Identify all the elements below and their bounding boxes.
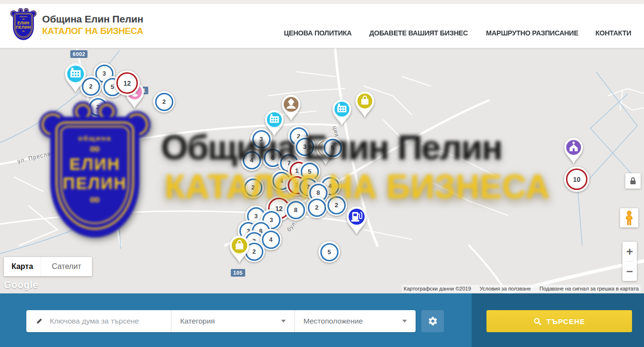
crest-text: община ∞ ЕЛИН ПЕЛИН ∞: [50, 134, 139, 205]
nav-pricing-policy[interactable]: ЦЕНОВА ПОЛИТИКА: [284, 29, 351, 37]
crest: община ∞ ЕЛИН ПЕЛИН ∞: [44, 103, 146, 238]
map-type-map-button[interactable]: Карта: [4, 257, 41, 276]
municipality-logo: община ∞ ЕЛИН ПЕЛИН ∞: [11, 9, 35, 41]
window-top-strip: [0, 0, 644, 4]
search-icon: [533, 317, 542, 325]
road-number-badge: 6002: [70, 50, 88, 58]
map-cluster-marker[interactable]: 8: [285, 199, 306, 221]
keyword-field[interactable]: [26, 310, 171, 332]
map-cluster-marker[interactable]: 3: [294, 136, 316, 157]
map-cluster-marker[interactable]: 5: [318, 241, 340, 263]
zoom-in-button[interactable]: +: [622, 242, 637, 261]
fuel-pin-marker[interactable]: [345, 206, 369, 237]
crest-ornament: ∞: [90, 142, 100, 155]
crest-name-line1: ЕЛИН: [69, 155, 120, 174]
pencil-icon: [35, 317, 43, 325]
brand[interactable]: община ∞ ЕЛИН ПЕЛИН ∞ Община Елин Пелин …: [11, 9, 143, 41]
map-cluster-marker[interactable]: 2: [153, 91, 175, 112]
map-cluster-marker[interactable]: 2: [326, 194, 347, 216]
site-subtitle: КАТАЛОГ НА БИЗНЕСА: [42, 26, 143, 36]
brand-text: Община Елин Пелин КАТАЛОГ НА БИЗНЕСА: [42, 13, 143, 36]
street-view-pegman-button[interactable]: [620, 208, 638, 227]
crest-name-line2: ПЕЛИН: [63, 174, 127, 193]
bag-pin-marker[interactable]: [354, 91, 376, 120]
chevron-down-icon: [281, 320, 286, 323]
building-pin-marker[interactable]: [63, 63, 88, 95]
map-cluster-marker[interactable]: 5: [322, 137, 343, 158]
map-cluster-marker[interactable]: 10: [564, 167, 589, 192]
crest-ornament: ∞: [22, 30, 24, 33]
attribution-map-data: Картографски данни ©2019: [404, 286, 471, 291]
church-pin-marker[interactable]: [563, 137, 585, 167]
crest-ornament: ∞: [90, 193, 100, 205]
nav-contacts[interactable]: КОНТАКТИ: [596, 29, 632, 37]
pegman-icon: [624, 211, 634, 225]
crest-text: община ∞ ЕЛИН ПЕЛИН ∞: [13, 16, 34, 33]
zoom-control: + −: [622, 242, 637, 281]
map-cluster-marker[interactable]: 4: [241, 149, 262, 171]
map-cluster-marker[interactable]: 12: [114, 70, 140, 96]
chevron-down-icon: [402, 320, 407, 323]
map-attribution: Картографски данни ©2019 Условия за полз…: [402, 285, 641, 292]
attribution-terms-link[interactable]: Условия за ползване: [480, 286, 531, 291]
search-button[interactable]: ТЪРСЕНЕ: [486, 310, 632, 332]
map-cluster-marker[interactable]: 2: [306, 197, 328, 218]
watermark-crest: община ∞ ЕЛИН ПЕЛИН ∞: [44, 103, 146, 238]
page: община ∞ ЕЛИН ПЕЛИН ∞ Община Елин Пелин …: [0, 0, 644, 347]
lock-icon: [629, 177, 637, 185]
main-nav: ЦЕНОВА ПОЛИТИКА ДОБАВЕТЕ ВАШИЯТ БИЗНЕС М…: [282, 29, 632, 37]
advanced-settings-button[interactable]: [421, 310, 444, 332]
map-type-satellite-button[interactable]: Сателит: [41, 257, 92, 276]
map-cluster-marker[interactable]: 2: [242, 177, 264, 198]
keyword-input[interactable]: [49, 316, 171, 326]
crest: община ∞ ЕЛИН ПЕЛИН ∞: [11, 9, 35, 40]
zoom-out-button[interactable]: −: [622, 262, 637, 281]
lock-button[interactable]: [625, 173, 641, 189]
road-number-badge: 105: [231, 269, 245, 277]
gear-icon: [428, 316, 438, 326]
search-bar: Категория Местоположение ТЪРСЕНЕ: [0, 293, 644, 347]
category-select-value: Категория: [180, 317, 281, 325]
crest-body: община ∞ ЕЛИН ПЕЛИН ∞: [13, 12, 34, 40]
building-pin-marker[interactable]: [263, 110, 285, 139]
nav-route-schedule[interactable]: МАРШРУТНО РАЗПИСАНИЕ: [486, 29, 578, 37]
location-select[interactable]: Местоположение: [295, 310, 416, 332]
google-logo[interactable]: Google: [4, 280, 38, 291]
bag-pin-marker[interactable]: [228, 235, 251, 266]
search-button-label: ТЪРСЕНЕ: [546, 317, 585, 325]
crest-body: община ∞ ЕЛИН ПЕЛИН ∞: [50, 117, 139, 237]
map-canvas[interactable]: 60021105ул. Преславбул. „Новоселция 3251…: [0, 48, 644, 293]
crest-name-line1: ЕЛИН: [17, 21, 29, 25]
nav-add-business[interactable]: ДОБАВЕТЕ ВАШИЯТ БИЗНЕС: [369, 29, 468, 37]
category-select[interactable]: Категория: [171, 310, 294, 332]
location-select-value: Местоположение: [304, 317, 402, 325]
map-type-control: Карта Сателит: [4, 257, 92, 276]
search-fields: Категория Местоположение: [26, 310, 416, 332]
attribution-report-error-link[interactable]: Подаване на сигнал за грешка в картата: [540, 286, 639, 291]
header: община ∞ ЕЛИН ПЕЛИН ∞ Община Елин Пелин …: [0, 4, 644, 48]
building-pin-marker[interactable]: [331, 99, 353, 128]
site-title: Община Елин Пелин: [42, 13, 143, 25]
